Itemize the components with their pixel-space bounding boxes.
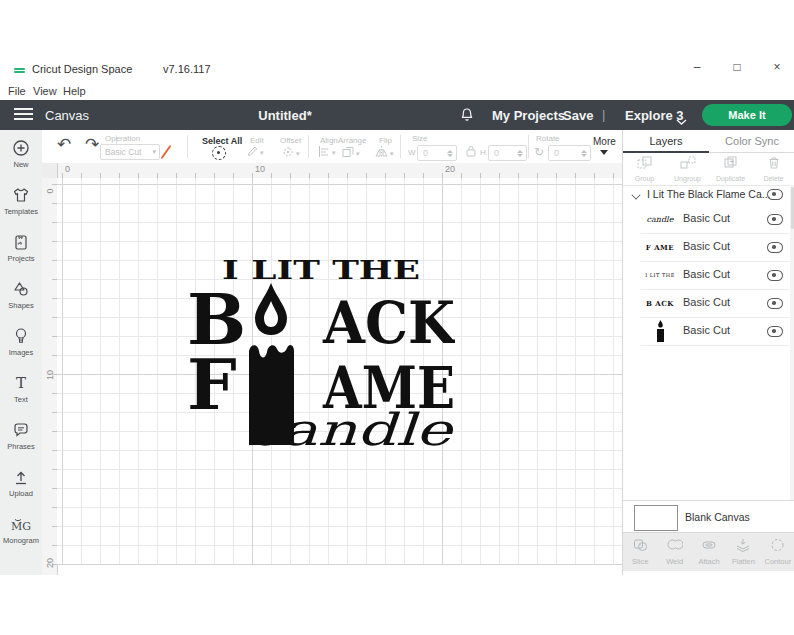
layer-row-candle-image[interactable]: Basic Cut [641,317,794,346]
arrange-icon[interactable]: ▾ [342,146,360,160]
canvas-area[interactable]: 0 10 20 0 10 20 I LIT THE B ACK F AME ca… [42,163,622,575]
layer-row-flame-text[interactable]: F AME Basic Cut [641,233,794,262]
notebook-icon [11,232,31,252]
svg-text:MG: MG [11,520,31,533]
attach-button[interactable]: Attach [692,533,726,571]
layer-row-candle-script[interactable]: candle Basic Cut [641,205,794,234]
flip-label[interactable]: Flip [379,136,392,145]
document-title[interactable]: Untitled* [230,108,340,123]
notifications-bell-icon[interactable] [458,106,476,124]
width-label: W [408,148,416,157]
height-input[interactable]: 0 [488,145,527,161]
make-it-button[interactable]: Make It [702,104,792,126]
eye-icon[interactable] [767,270,783,281]
chevron-down-icon[interactable] [631,190,640,199]
maximize-button[interactable]: □ [726,60,748,74]
layer-group-header[interactable]: I Lit The Black Flame Ca... [623,185,794,205]
contour-button[interactable]: Contour [761,533,794,571]
design-line1: I LIT THE [222,255,420,285]
balloon-icon [11,326,31,346]
caret-down-icon [600,150,608,155]
tab-layers[interactable]: Layers [623,130,709,152]
shirt-icon [11,185,31,205]
select-all-button[interactable]: Select All [202,136,242,146]
weld-button[interactable]: Weld [657,533,691,571]
sidebar-item-projects[interactable]: Projects [0,224,42,271]
edit-label[interactable]: Edit [250,136,264,145]
vertical-ruler: 0 10 20 [42,178,58,575]
duplicate-button[interactable]: Duplicate [709,152,752,185]
eye-icon[interactable] [767,326,783,337]
close-button[interactable]: × [766,60,788,74]
lock-icon[interactable] [466,145,476,159]
menu-help[interactable]: Help [63,85,86,97]
save-button[interactable]: Save [563,108,593,123]
redo-button[interactable]: ↷ [85,134,99,155]
sidebar-item-monogram[interactable]: MG Monogram [0,506,42,553]
height-label: H [480,148,486,157]
width-input[interactable]: 0 [417,145,457,161]
panel-scrollbar[interactable] [790,185,794,500]
ungroup-button[interactable]: Ungroup [666,152,709,185]
operation-dropdown[interactable]: Basic Cut ▾ [100,144,160,160]
offset-label[interactable]: Offset [280,136,301,145]
candle-thumbnail-icon [643,317,677,345]
menu-file[interactable]: File [8,85,26,97]
menu-view[interactable]: View [33,85,57,97]
layer-thumbnail: F AME [643,233,677,261]
slice-button[interactable]: Slice [623,533,657,571]
sidebar-item-upload[interactable]: Upload [0,459,42,506]
app-version: v7.16.117 [163,63,211,75]
stepper-icon[interactable] [581,147,588,159]
pencil-icon[interactable]: ▾ [247,146,264,159]
align-icon[interactable]: ▾ [318,146,336,159]
layer-row-i-lit-the-text[interactable]: I LIT THE Basic Cut [641,261,794,290]
my-projects-button[interactable]: My Projects [492,108,565,123]
select-all-icon[interactable] [212,146,226,160]
tab-color-sync[interactable]: Color Sync [709,130,794,152]
plus-circle-icon [11,138,31,158]
stepper-icon[interactable] [447,147,454,159]
design-artwork[interactable]: I LIT THE B ACK F AME candle [187,255,455,451]
more-button[interactable]: More [593,136,616,147]
flip-icon[interactable]: ▾ [375,146,394,160]
delete-button[interactable]: Delete [752,152,794,185]
sidebar-item-new[interactable]: New [0,130,42,177]
canvas-grid[interactable]: I LIT THE B ACK F AME candle [57,178,622,565]
align-label[interactable]: Align [320,136,338,145]
eye-icon[interactable] [767,298,783,309]
chevron-down-icon[interactable] [676,112,687,120]
cricut-logo-icon [14,68,25,75]
app-title: Cricut Design Space [32,63,132,75]
sidebar-item-images[interactable]: Images [0,318,42,365]
eye-icon[interactable] [767,242,783,253]
contour-icon [770,538,785,556]
sidebar-item-text[interactable]: T Text [0,365,42,412]
sidebar-item-phrases[interactable]: Phrases [0,412,42,459]
layers-panel: Layers Color Sync Group Ungroup Duplicat… [622,130,794,575]
sidebar-item-shapes[interactable]: Shapes [0,271,42,318]
minimize-button[interactable]: – [686,60,708,74]
arrange-label[interactable]: Arrange [338,136,366,145]
group-button[interactable]: Group [623,152,666,185]
eye-icon[interactable] [767,214,783,225]
sidebar-item-templates[interactable]: Templates [0,177,42,224]
design-flame-f: F [187,343,237,426]
upload-arrow-icon [11,467,31,487]
rotate-icon[interactable]: ↻ [534,145,544,159]
flatten-button[interactable]: Flatten [726,533,760,571]
size-label: Size [412,134,428,143]
machine-select-dropdown[interactable]: Explore 3 [625,108,684,123]
layer-row-black-text[interactable]: B ACK Basic Cut [641,289,794,318]
offset-icon[interactable]: ▾ [282,146,300,160]
undo-button[interactable]: ↶ [57,134,71,155]
blank-canvas-row[interactable]: Blank Canvas [623,500,794,533]
rotate-input[interactable]: 0 [548,145,591,161]
eye-icon[interactable] [767,189,783,200]
operation-color-swatch[interactable] [159,145,173,158]
monogram-icon: MG [11,514,31,534]
stepper-icon[interactable] [517,147,524,159]
svg-text:T: T [16,374,26,392]
weld-icon [667,538,683,556]
hamburger-menu-icon[interactable] [14,108,33,121]
